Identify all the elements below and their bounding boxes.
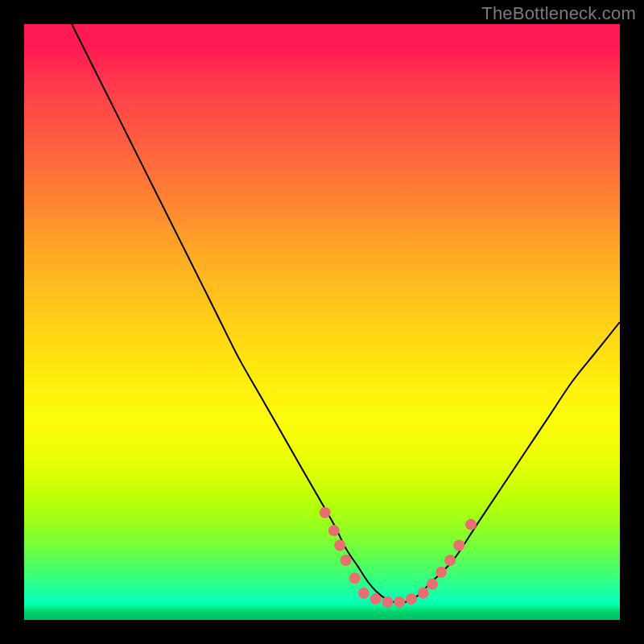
data-marker — [370, 593, 382, 605]
data-marker — [320, 507, 331, 518]
chart-svg — [24, 24, 620, 620]
plot-area — [24, 24, 620, 620]
data-marker — [465, 519, 477, 530]
data-marker — [436, 567, 447, 578]
data-marker — [427, 579, 438, 590]
data-marker — [418, 588, 429, 599]
watermark-text: TheBottleneck.com — [481, 3, 636, 24]
data-marker — [328, 525, 340, 536]
bottleneck-curve — [72, 24, 620, 603]
data-marker — [349, 572, 361, 584]
data-marker — [358, 588, 369, 599]
data-marker — [444, 555, 456, 566]
data-marker — [382, 597, 393, 608]
markers-group — [320, 507, 477, 608]
data-marker — [341, 555, 352, 566]
data-marker — [334, 540, 345, 551]
data-marker — [394, 597, 405, 608]
data-marker — [453, 540, 464, 551]
data-marker — [406, 593, 417, 605]
chart-frame: TheBottleneck.com — [0, 0, 644, 644]
